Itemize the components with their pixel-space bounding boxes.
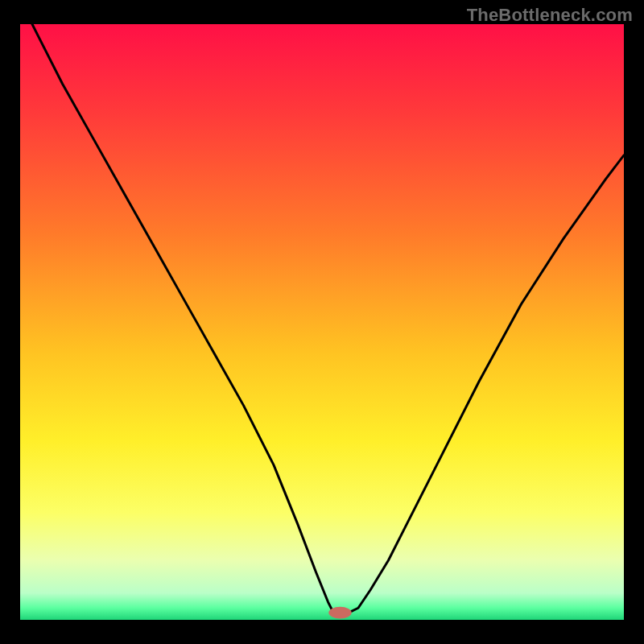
minimum-marker (328, 607, 351, 619)
gradient-background (20, 24, 624, 620)
chart-frame: TheBottleneck.com (0, 0, 644, 644)
plot-area (20, 24, 624, 620)
bottleneck-chart (20, 24, 624, 620)
watermark-text: TheBottleneck.com (467, 5, 633, 26)
